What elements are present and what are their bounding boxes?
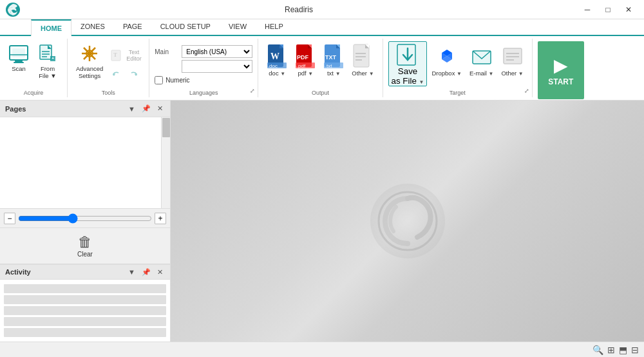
fromfile-icon [37,43,58,64]
second-lang-select[interactable] [182,60,252,73]
status-search-icon[interactable]: 🔍 [592,345,603,355]
scan-label: Scan [12,65,26,72]
svg-point-17 [88,52,91,55]
pages-dropdown-button[interactable]: ▼ [126,104,137,113]
doc-output-label: doc ▼ [269,70,285,77]
activity-header-controls: ▼ 📌 ✕ [126,267,165,277]
activity-close-button[interactable]: ✕ [155,267,165,277]
activity-title: Activity [5,268,31,276]
left-panel: Pages ▼ 📌 ✕ − + [0,101,171,342]
pdf-output-label: pdf ▼ [298,70,313,77]
advanced-settings-button[interactable]: AdvancedSettings [73,41,106,86]
email-button[interactable]: E-mail ▼ [466,41,497,86]
pages-content [0,117,170,208]
numeric-checkbox[interactable] [155,76,163,84]
other-output-icon [352,43,373,69]
other-target-button[interactable]: Other ▼ [498,41,526,86]
scan-icon [8,43,29,64]
languages-expand-icon[interactable]: ⤢ [250,88,255,94]
output-group: W doc doc ▼ PDF pdf [258,39,383,97]
second-lang-row [155,60,252,73]
activity-bar-2 [4,295,166,304]
zoom-slider[interactable] [18,213,152,224]
undo-button[interactable] [109,68,124,83]
title-bar: Readiris ─ □ ✕ [0,0,644,19]
tab-home[interactable]: HOME [31,19,71,36]
start-button[interactable]: ▶ START [538,41,584,99]
pages-scrollbar[interactable] [161,117,170,208]
ribbon: Scan FromFile ▼ Acquire [0,36,644,101]
numeric-checkbox-row: Numeric [155,76,252,84]
scroll-thumb[interactable] [162,118,170,137]
acquire-items: Scan FromFile ▼ [5,39,62,97]
restore-button[interactable]: □ [598,1,618,19]
text-editor-label: Text Editor [126,49,142,62]
status-view-icon[interactable]: ⬒ [619,345,627,355]
start-play-icon: ▶ [554,55,568,76]
dropbox-button[interactable]: Dropbox ▼ [428,41,464,86]
app-logo-icon [5,2,21,17]
scroll-track [162,118,170,208]
status-bar: 🔍 ⊞ ⬒ ⊟ [0,342,644,357]
activity-content [0,280,170,342]
svg-text:T: T [113,52,117,58]
main-lang-select[interactable]: English (USA) [182,45,252,58]
window-title: Readiris [21,5,577,14]
txt-output-button[interactable]: TXT txt txt ▼ [320,41,347,86]
undo-icon [111,70,122,81]
fromfile-button[interactable]: FromFile ▼ [33,41,62,86]
doc-icon: W doc [267,43,287,69]
main-lang-label: Main [155,48,179,55]
text-editor-button[interactable]: T Text Editor [108,44,144,67]
canvas-area [171,101,644,342]
tools-items: AdvancedSettings T Text Editor [73,39,144,97]
svg-text:TXT: TXT [325,54,337,61]
tab-cloud-setup[interactable]: CLOUD SETUP [151,18,220,35]
scan-button[interactable]: Scan [5,41,32,86]
trash-icon: 🗑 [78,234,92,251]
pages-title: Pages [5,105,26,113]
tab-help[interactable]: HELP [256,18,292,35]
svg-text:W: W [270,52,279,61]
tools-group-label: Tools [68,90,149,96]
tab-zones[interactable]: ZONES [71,18,114,35]
pages-pin-button[interactable]: 📌 [140,104,153,113]
status-panel-icon[interactable]: ⊟ [631,345,639,355]
close-button[interactable]: ✕ [618,1,639,19]
output-items: W doc doc ▼ PDF pdf [263,39,377,86]
activity-bar-5 [4,328,166,337]
advanced-settings-label: AdvancedSettings [76,65,103,80]
dropbox-label: Dropbox ▼ [431,70,461,77]
activity-bar-1 [4,284,166,293]
activity-section: Activity ▼ 📌 ✕ [0,264,170,342]
svg-point-57 [370,184,445,258]
activity-dropdown-button[interactable]: ▼ [126,267,137,277]
pages-header-controls: ▼ 📌 ✕ [126,104,165,113]
other-output-button[interactable]: Other ▼ [348,41,377,86]
tools-group: AdvancedSettings T Text Editor [68,39,149,97]
activity-pin-button[interactable]: 📌 [140,267,153,277]
target-expand-icon[interactable]: ⤢ [524,88,529,94]
pdf-output-button[interactable]: PDF pdf pdf ▼ [292,41,319,86]
tab-page[interactable]: PAGE [114,18,151,35]
zoom-plus-button[interactable]: + [155,213,166,224]
tab-view[interactable]: VIEW [220,18,256,35]
svg-text:pdf: pdf [298,63,306,68]
fromfile-label: FromFile ▼ [39,65,56,80]
activity-header: Activity ▼ 📌 ✕ [0,265,170,280]
doc-output-button[interactable]: W doc doc ▼ [263,41,290,86]
redo-button[interactable] [126,68,141,83]
txt-output-label: txt ▼ [327,70,341,77]
acquire-group: Scan FromFile ▼ Acquire [0,39,68,97]
activity-bar-4 [4,317,166,326]
window-controls: ─ □ ✕ [577,1,639,19]
pages-close-button[interactable]: ✕ [155,104,165,113]
redo-icon [128,70,139,81]
save-as-file-button[interactable]: Saveas File ▼ [388,41,428,86]
output-group-label: Output [258,90,382,96]
minimize-button[interactable]: ─ [577,1,598,19]
status-grid-icon[interactable]: ⊞ [607,345,615,355]
email-icon [471,43,492,69]
svg-rect-53 [504,48,522,64]
zoom-minus-button[interactable]: − [4,213,15,224]
